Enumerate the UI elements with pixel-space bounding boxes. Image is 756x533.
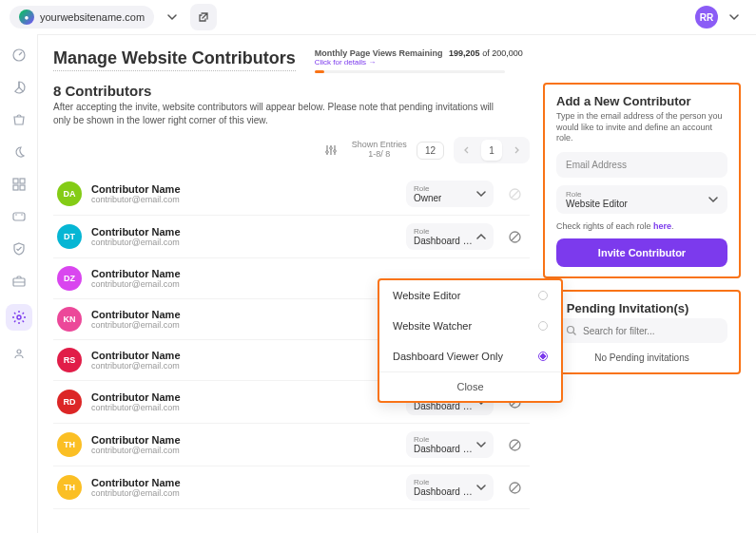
filter-button[interactable] (320, 139, 342, 162)
video-icon (11, 209, 27, 224)
contributor-row: THContributor Namecontributor@email.comR… (53, 466, 530, 509)
contributor-avatar: RS (57, 348, 82, 372)
page-header: Manage Website Contributors Monthly Page… (38, 35, 756, 83)
role-label: Role (414, 184, 441, 193)
user-menu-toggle[interactable] (722, 5, 746, 29)
nav-users[interactable] (10, 344, 29, 363)
role-selector[interactable]: RoleDashboard Vie... (406, 223, 494, 250)
nav-apps[interactable] (10, 175, 29, 194)
svg-point-13 (334, 150, 337, 153)
ban-icon (508, 187, 522, 201)
contributor-info: Contributor Namecontributor@email.com (91, 350, 397, 371)
contributor-info: Contributor Namecontributor@email.com (91, 183, 397, 204)
role-select-value: Website Editor (566, 199, 628, 209)
role-label: Role (414, 227, 473, 236)
nav-analytics[interactable] (10, 78, 29, 97)
chevron-left-icon (462, 145, 472, 155)
sliders-icon (324, 143, 338, 157)
role-label: Role (414, 435, 473, 444)
role-value: Dashboard Vie... (414, 486, 473, 497)
dropdown-option[interactable]: Website Editor (379, 280, 561, 311)
svg-point-9 (17, 315, 21, 319)
pending-search[interactable] (556, 318, 727, 343)
radio-icon (538, 321, 548, 331)
contributor-email: contributor@email.com (91, 195, 397, 204)
pending-search-input[interactable] (583, 326, 718, 336)
remove-contributor-button[interactable] (503, 433, 526, 456)
pv-detail-link[interactable]: Click for details → (315, 58, 523, 67)
nav-settings[interactable] (6, 304, 32, 331)
rights-link[interactable]: here (653, 221, 671, 231)
user-avatar[interactable]: RR (695, 6, 718, 29)
dropdown-option[interactable]: Website Watcher (379, 311, 561, 341)
gauge-icon (11, 48, 27, 63)
gear-icon (11, 310, 27, 325)
remove-contributor-button[interactable] (503, 476, 526, 499)
chevron-down-icon (708, 195, 718, 204)
nav-activity[interactable] (10, 143, 29, 162)
nav-commerce[interactable] (10, 110, 29, 129)
dropdown-close[interactable]: Close (379, 371, 561, 401)
role-selector[interactable]: RoleDashboard Vie... (406, 431, 494, 458)
dropdown-option-label: Website Editor (393, 290, 460, 301)
pv-label: Monthly Page Views Remaining (315, 48, 443, 58)
site-name: yourwebsitename.com (40, 11, 145, 23)
user-pin-icon (11, 346, 27, 361)
role-selector[interactable]: RoleDashboard Vie... (406, 474, 494, 501)
chevron-icon (476, 440, 486, 449)
topbar-right: RR (695, 5, 746, 29)
svg-rect-2 (20, 179, 25, 183)
add-contributor-panel: Add a New Contributor Type in the email … (543, 83, 741, 278)
nav-toolbox[interactable] (10, 272, 29, 291)
svg-rect-3 (13, 185, 18, 190)
contributor-avatar: DT (57, 224, 82, 249)
nav-dashboard[interactable] (10, 46, 29, 65)
pager-page[interactable]: 1 (481, 140, 502, 161)
contributor-name: Contributor Name (91, 350, 397, 361)
pager-prev[interactable] (456, 140, 477, 161)
nav-media[interactable] (10, 207, 29, 226)
dropdown-option[interactable]: Dashboard Viewer Only (379, 341, 561, 371)
contributor-name: Contributor Name (91, 226, 397, 238)
chevron-down-icon (729, 12, 739, 22)
dropdown-option-label: Dashboard Viewer Only (393, 351, 503, 362)
contributor-info: Contributor Namecontributor@email.com (91, 477, 397, 498)
pv-numbers: 199,205 of 200,000 (449, 48, 523, 58)
contributor-email: contributor@email.com (91, 320, 397, 330)
main-area: Manage Website Contributors Monthly Page… (38, 34, 756, 533)
add-panel-title: Add a New Contributor (556, 94, 727, 108)
remove-contributor-button[interactable] (503, 225, 526, 248)
invite-button[interactable]: Invite Contributor (556, 238, 727, 267)
pie-icon (11, 80, 27, 95)
pending-panel: 0 Pending Invitation(s) No Pending invit… (543, 290, 741, 374)
contributor-name: Contributor Name (91, 183, 397, 195)
pager-next[interactable] (506, 140, 527, 161)
chevron-icon (476, 189, 486, 199)
role-select[interactable]: Role Website Editor (556, 185, 727, 214)
contributor-info: Contributor Namecontributor@email.com (91, 434, 397, 455)
role-selector[interactable]: RoleOwner (406, 181, 494, 207)
right-col: Add a New Contributor Type in the email … (543, 83, 741, 509)
open-external-button[interactable] (190, 4, 217, 30)
topbar-left: ● yourwebsitename.com (10, 4, 217, 30)
radio-icon (538, 291, 548, 300)
role-value: Owner (414, 193, 441, 203)
page-views-block[interactable]: Monthly Page Views Remaining 199,205 of … (315, 48, 523, 73)
entries-per-page[interactable]: 12 (417, 142, 444, 160)
nav-security[interactable] (10, 239, 29, 258)
email-input[interactable]: Email Address (556, 152, 727, 178)
role-label: Role (414, 478, 473, 486)
contributor-avatar: DA (57, 181, 82, 206)
contributor-row: THContributor Namecontributor@email.comR… (53, 424, 530, 466)
chevron-right-icon (512, 145, 521, 155)
no-pending-text: No Pending invitations (556, 352, 727, 363)
contributor-avatar: DZ (57, 266, 82, 291)
radio-icon (538, 352, 548, 361)
site-dropdown-toggle[interactable] (160, 5, 184, 29)
site-selector[interactable]: ● yourwebsitename.com (10, 6, 154, 29)
pv-progress-bar (315, 70, 505, 73)
shown-entries: Shown Entries 1-8/ 8 (352, 141, 407, 160)
bag-icon (11, 112, 27, 127)
contributor-email: contributor@email.com (91, 238, 397, 247)
external-link-icon (198, 11, 209, 23)
